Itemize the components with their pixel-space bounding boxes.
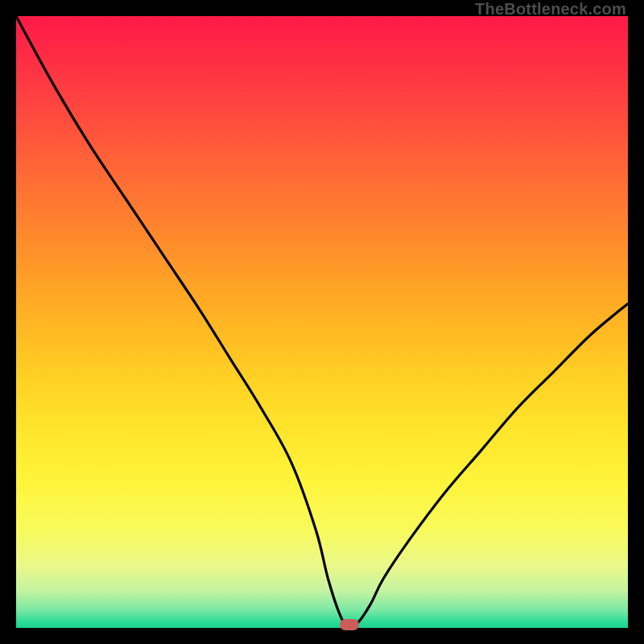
bottleneck-curve xyxy=(16,16,628,628)
curve-path xyxy=(16,16,628,628)
optimal-point-marker xyxy=(340,619,359,630)
chart-frame: TheBottleneck.com xyxy=(0,0,644,644)
plot-area xyxy=(16,16,628,628)
